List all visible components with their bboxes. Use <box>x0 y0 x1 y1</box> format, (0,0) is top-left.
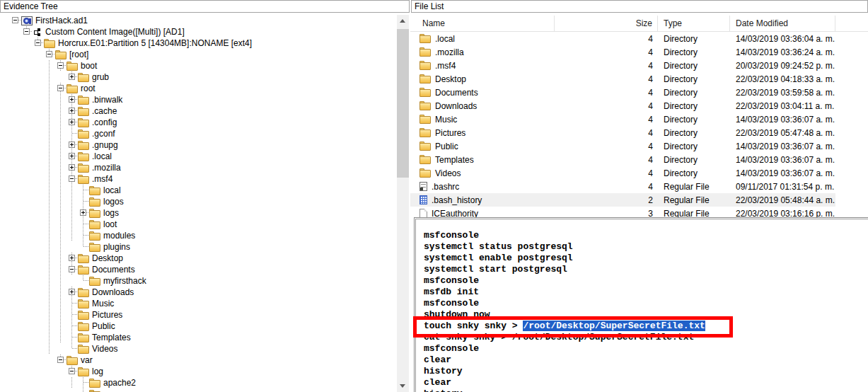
tree-node[interactable]: log <box>0 366 395 377</box>
expand-toggle[interactable] <box>12 17 18 23</box>
tree-guide <box>66 219 78 230</box>
scrollbar-thumb[interactable] <box>397 29 409 178</box>
expand-toggle[interactable] <box>69 266 75 272</box>
folder-icon <box>419 142 431 151</box>
file-row[interactable]: Downloads4Directory22/03/2019 03:04:11 a… <box>410 99 835 113</box>
tree-node[interactable]: [root] <box>0 49 395 60</box>
expand-toggle[interactable] <box>69 175 75 182</box>
tree-guide <box>55 343 66 354</box>
tree-guide <box>10 309 21 321</box>
tree-guide <box>33 117 44 128</box>
folder-icon <box>419 101 431 110</box>
tree-node[interactable]: .cache <box>0 105 395 117</box>
tree-node[interactable]: .config <box>0 117 395 128</box>
file-row[interactable]: Desktop4Directory22/03/2019 04:18:33 a. … <box>410 72 835 86</box>
file-row[interactable]: .bash_history2Regular File22/03/2019 05:… <box>410 193 835 207</box>
tree-node[interactable]: modules <box>0 230 395 241</box>
folder-icon <box>44 39 55 48</box>
expand-toggle[interactable] <box>35 40 41 46</box>
expand-toggle[interactable] <box>69 164 75 171</box>
expand-toggle[interactable] <box>69 289 75 295</box>
tree-node[interactable]: FirstHack.ad1 <box>0 15 395 26</box>
tree-guide <box>21 117 33 128</box>
tree-node-label: .local <box>89 151 112 161</box>
expand-toggle[interactable] <box>69 368 75 374</box>
tree-node[interactable]: boot <box>0 60 395 71</box>
column-header-date[interactable]: Date Modified <box>730 16 835 31</box>
tree-guide <box>21 321 33 332</box>
expand-toggle[interactable] <box>69 255 75 261</box>
expand-toggle[interactable] <box>57 62 64 69</box>
expand-toggle[interactable] <box>57 357 64 363</box>
tree-node[interactable]: logs <box>0 207 395 219</box>
column-header-name[interactable]: Name <box>410 16 555 31</box>
tree-node[interactable]: apache2 <box>0 377 395 388</box>
tree-node[interactable]: grub <box>0 71 395 83</box>
file-row[interactable]: .bashrc4Regular File09/11/2017 01:31:54 … <box>410 180 835 193</box>
file-row[interactable]: Videos4Directory14/03/2019 03:36:07 a. m… <box>410 166 835 180</box>
tree-node[interactable] <box>0 388 395 392</box>
content-viewer[interactable]: msfconsolesystemctl status postgresqlsys… <box>414 217 868 392</box>
scroll-up-icon[interactable] <box>397 15 409 27</box>
folder-icon <box>78 367 89 376</box>
tree-node[interactable]: loot <box>0 219 395 230</box>
tree-guide <box>33 151 44 162</box>
tree-node[interactable]: .gconf <box>0 128 395 139</box>
tree-node[interactable]: .gnupg <box>0 139 395 151</box>
expand-toggle[interactable] <box>69 119 75 125</box>
file-row[interactable]: Music4Directory14/03/2019 03:36:07 a. m. <box>410 113 835 126</box>
tree-connector <box>66 332 78 343</box>
expand-toggle[interactable] <box>69 96 75 103</box>
scroll-down-icon[interactable] <box>397 380 409 392</box>
tree-node[interactable]: Videos <box>0 343 395 354</box>
expand-toggle[interactable] <box>69 153 75 159</box>
tree-node[interactable]: .msf4 <box>0 173 395 185</box>
expand-toggle[interactable] <box>80 209 86 216</box>
tree-node[interactable]: var <box>0 354 395 366</box>
tree-node[interactable]: Music <box>0 298 395 309</box>
tree-node[interactable]: logos <box>0 196 395 207</box>
tree-node-label: Desktop <box>89 253 123 263</box>
tree-node[interactable]: root <box>0 83 395 94</box>
tree-node[interactable]: Desktop <box>0 253 395 264</box>
tree-node[interactable]: Custom Content Image([Multi]) [AD1] <box>0 26 395 38</box>
file-row[interactable]: Documents4Directory22/03/2019 03:59:58 a… <box>410 86 835 99</box>
tree-node[interactable]: Horcrux.E01:Partition 5 [14304MB]:NONAME… <box>0 38 395 49</box>
tree-node[interactable]: Documents <box>0 264 395 275</box>
tree-node-label: Pictures <box>89 310 122 320</box>
expand-toggle[interactable] <box>23 28 30 35</box>
tree-node[interactable]: plugins <box>0 241 395 253</box>
tree-node[interactable]: myfirsthack <box>0 275 395 287</box>
tree-node[interactable]: Templates <box>0 332 395 343</box>
column-header-type[interactable]: Type <box>658 16 730 31</box>
tree-guide <box>33 207 44 219</box>
file-row[interactable]: .local4Directory14/03/2019 03:36:04 a. m… <box>410 32 835 45</box>
tree-node[interactable]: Public <box>0 321 395 332</box>
tree-guide <box>55 366 66 377</box>
expand-toggle[interactable] <box>69 108 75 114</box>
tree-node[interactable]: Downloads <box>0 287 395 298</box>
tree-connector <box>66 309 78 321</box>
expand-toggle[interactable] <box>69 142 75 148</box>
file-name-cell: .bashrc <box>410 182 555 192</box>
tree-guide <box>10 117 21 128</box>
file-row[interactable]: Templates4Directory14/03/2019 03:36:07 a… <box>410 153 835 166</box>
file-type: Directory <box>658 34 730 44</box>
column-header-size[interactable]: Size <box>555 16 658 31</box>
file-date-modified: 14/03/2019 03:36:24 a. m. <box>730 47 835 57</box>
tree-node[interactable]: local <box>0 185 395 196</box>
expand-toggle[interactable] <box>57 85 64 91</box>
file-row[interactable]: Pictures4Directory22/03/2019 05:47:48 a.… <box>410 126 835 139</box>
file-row[interactable]: Public4Directory14/03/2019 03:36:07 a. m… <box>410 139 835 153</box>
file-row[interactable]: .mozilla4Directory14/03/2019 03:36:24 a.… <box>410 45 835 59</box>
tree-node[interactable]: .mozilla <box>0 162 395 173</box>
expand-toggle[interactable] <box>69 74 75 80</box>
file-row[interactable]: .msf44Directory20/03/2019 09:24:52 p. m. <box>410 59 835 72</box>
tree-node[interactable]: .local <box>0 151 395 162</box>
tree-node[interactable]: .binwalk <box>0 94 395 105</box>
expand-toggle[interactable] <box>46 51 52 57</box>
tree-node[interactable]: Pictures <box>0 309 395 321</box>
tree-guide <box>10 388 21 392</box>
file-type: Regular File <box>658 195 730 205</box>
tree-scrollbar[interactable] <box>397 15 409 392</box>
